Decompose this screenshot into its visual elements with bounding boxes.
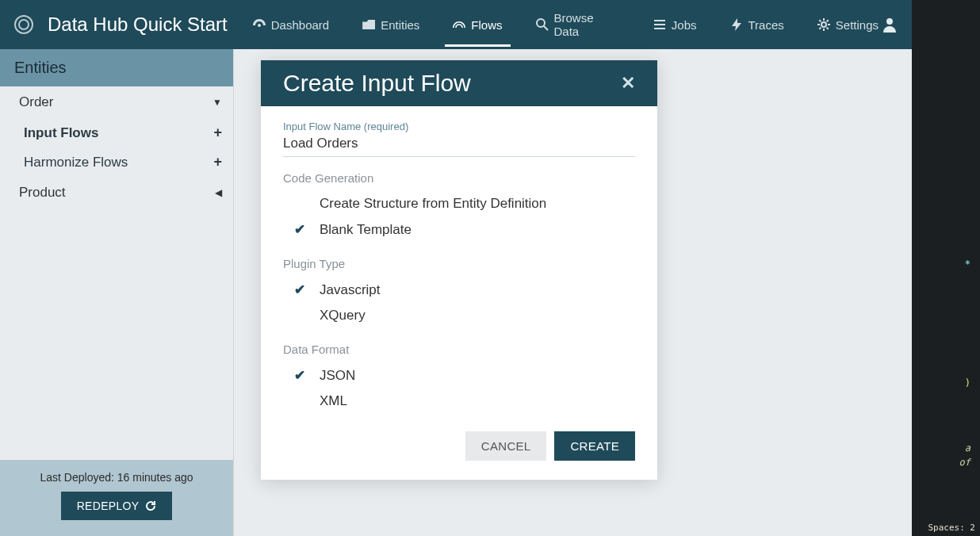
- editor-char: of: [959, 457, 970, 468]
- svg-rect-4: [654, 28, 665, 29]
- svg-point-0: [537, 19, 545, 27]
- svg-line-1: [544, 26, 548, 30]
- svg-point-5: [821, 22, 826, 27]
- nav-settings[interactable]: Settings: [814, 3, 882, 47]
- cancel-button[interactable]: CANCEL: [465, 431, 547, 461]
- option-label: Blank Template: [320, 222, 412, 238]
- nav-traces[interactable]: Traces: [727, 3, 787, 47]
- editor-char: ): [965, 377, 970, 389]
- sidebar-footer: Last Deployed: 16 minutes ago REDEPLOY: [0, 460, 233, 536]
- check-icon: ✔: [294, 367, 308, 384]
- top-nav: Data Hub Quick Start Dashboard Entities …: [0, 0, 912, 49]
- traces-icon: [730, 19, 743, 30]
- folder-icon: [362, 19, 375, 30]
- create-input-flow-modal: Create Input Flow ✕ Input Flow Name (req…: [261, 60, 657, 480]
- nav-label: Dashboard: [271, 18, 329, 32]
- option-json[interactable]: ✔ JSON: [283, 362, 635, 389]
- flows-icon: [453, 19, 465, 30]
- dashboard-icon: [253, 19, 266, 30]
- nav-label: Jobs: [672, 18, 697, 32]
- modal-title: Create Input Flow: [283, 70, 471, 97]
- nav-jobs[interactable]: Jobs: [650, 3, 700, 47]
- option-xquery[interactable]: XQuery: [283, 303, 635, 328]
- entity-label: Order: [19, 94, 53, 110]
- harmonize-flows-row[interactable]: Harmonize Flows +: [0, 147, 233, 177]
- nav-label: Flows: [471, 18, 502, 32]
- entity-order[interactable]: Order ▼: [0, 86, 233, 118]
- nav-label: Entities: [381, 18, 419, 32]
- option-label: JSON: [320, 368, 355, 384]
- editor-char: *: [965, 258, 970, 270]
- chevron-down-icon: ▼: [212, 97, 222, 108]
- jobs-icon: [653, 19, 666, 30]
- input-flows-row[interactable]: Input Flows +: [0, 118, 233, 147]
- svg-rect-2: [654, 20, 665, 21]
- section-code-generation: Code Generation: [283, 171, 635, 185]
- logo-icon: [14, 15, 33, 34]
- svg-rect-3: [654, 24, 665, 25]
- create-button[interactable]: CREATE: [554, 431, 635, 461]
- entity-product[interactable]: Product ◀: [0, 177, 233, 209]
- nav-label: Browse Data: [554, 11, 620, 38]
- option-xml[interactable]: XML: [283, 389, 635, 414]
- sidebar-header: Entities: [0, 49, 233, 86]
- last-deployed-text: Last Deployed: 16 minutes ago: [0, 471, 233, 484]
- section-plugin-type: Plugin Type: [283, 257, 635, 270]
- add-input-flow-button[interactable]: +: [213, 124, 222, 141]
- nav-label: Traces: [748, 18, 784, 32]
- nav-entities[interactable]: Entities: [359, 3, 423, 47]
- option-label: XML: [320, 393, 347, 409]
- refresh-icon: [145, 500, 156, 511]
- background-editor: * ) a of Spaces: 2: [912, 0, 980, 536]
- option-label: XQuery: [320, 308, 366, 324]
- flow-name-label: Input Flow Name (required): [283, 121, 635, 132]
- nav-label: Settings: [836, 18, 879, 32]
- svg-point-6: [886, 18, 893, 25]
- option-create-structure[interactable]: Create Structure from Entity Definition: [283, 191, 635, 216]
- nav-flows[interactable]: Flows: [450, 3, 505, 47]
- option-label: Javascript: [320, 282, 381, 298]
- app-title: Data Hub Quick Start: [48, 13, 228, 36]
- gear-icon: [817, 19, 830, 30]
- check-icon: ✔: [294, 281, 308, 298]
- add-harmonize-flow-button[interactable]: +: [213, 154, 222, 170]
- entities-sidebar: Entities Order ▼ Input Flows + Harmonize…: [0, 49, 234, 536]
- editor-char: a: [965, 442, 970, 454]
- option-label: Create Structure from Entity Definition: [320, 196, 546, 212]
- redeploy-label: REDEPLOY: [77, 500, 140, 512]
- option-javascript[interactable]: ✔ Javascript: [283, 277, 635, 303]
- redeploy-button[interactable]: REDEPLOY: [61, 492, 173, 520]
- check-icon: ✔: [294, 221, 308, 238]
- section-data-format: Data Format: [283, 343, 635, 356]
- subrow-label: Input Flows: [24, 125, 98, 141]
- editor-status: Spaces: 2: [928, 523, 975, 533]
- chevron-left-icon: ◀: [215, 187, 222, 198]
- nav-dashboard[interactable]: Dashboard: [250, 3, 332, 47]
- subrow-label: Harmonize Flows: [24, 155, 128, 170]
- entity-label: Product: [19, 185, 66, 201]
- nav-browse-data[interactable]: Browse Data: [533, 0, 623, 53]
- flow-name-input[interactable]: [283, 134, 635, 157]
- option-blank-template[interactable]: ✔ Blank Template: [283, 216, 635, 243]
- search-icon: [536, 19, 549, 30]
- user-icon[interactable]: [882, 17, 898, 33]
- close-icon[interactable]: ✕: [621, 73, 635, 94]
